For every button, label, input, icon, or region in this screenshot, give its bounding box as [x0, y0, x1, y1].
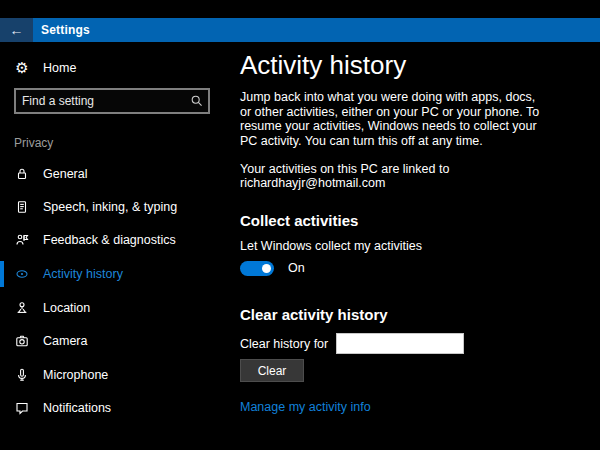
linked-account-text: Your activities on this PC are linked to…	[240, 162, 570, 190]
toggle-row: On	[240, 260, 570, 276]
location-icon	[14, 300, 30, 316]
search-input[interactable]	[16, 94, 186, 108]
lock-icon	[14, 166, 30, 182]
sidebar-item-label: Home	[43, 61, 76, 75]
toggle-knob	[262, 264, 271, 273]
clear-history-heading: Clear activity history	[240, 306, 570, 323]
search-box	[14, 88, 210, 114]
collect-toggle-label: Let Windows collect my activities	[240, 239, 570, 253]
sidebar-item-microphone[interactable]: Microphone	[0, 362, 232, 388]
settings-window: ← Settings ⚙ Home Privacy General Spe	[0, 0, 600, 450]
camera-icon	[14, 333, 30, 349]
sidebar-item-notifications[interactable]: Notifications	[0, 395, 232, 421]
sidebar-item-activity-history[interactable]: Activity history	[0, 261, 232, 287]
sidebar-item-label: Activity history	[43, 267, 123, 281]
manage-activity-link[interactable]: Manage my activity info	[240, 400, 371, 414]
sidebar-item-camera[interactable]: Camera	[0, 328, 232, 354]
titlebar: ← Settings	[0, 18, 600, 42]
sidebar-item-home[interactable]: ⚙ Home	[0, 55, 232, 81]
activity-history-icon	[14, 266, 30, 282]
clear-history-row: Clear history for	[240, 333, 570, 354]
collect-activities-toggle[interactable]	[240, 261, 274, 276]
main-content: Activity history Jump back into what you…	[240, 42, 570, 415]
sidebar-item-general[interactable]: General	[0, 161, 232, 187]
notifications-icon	[14, 400, 30, 416]
search-icon	[186, 94, 208, 108]
sidebar-item-label: General	[43, 167, 87, 181]
sidebar-item-label: Feedback & diagnostics	[43, 233, 176, 247]
microphone-icon	[14, 367, 30, 383]
page-title: Activity history	[240, 50, 570, 80]
sidebar-item-label: Speech, inking, & typing	[43, 200, 177, 214]
back-icon: ←	[10, 22, 24, 38]
clear-history-period-dropdown[interactable]	[336, 333, 464, 354]
speech-icon	[14, 199, 30, 215]
clear-button[interactable]: Clear	[240, 359, 304, 382]
sidebar: ⚙ Home Privacy General Speech, inking, &…	[0, 42, 232, 450]
privacy-section-label: Privacy	[14, 136, 53, 150]
collect-activities-heading: Collect activities	[240, 212, 570, 229]
sidebar-item-feedback-diagnostics[interactable]: Feedback & diagnostics	[0, 227, 232, 253]
feedback-icon	[14, 232, 30, 248]
sidebar-item-label: Microphone	[43, 368, 108, 382]
clear-history-for-label: Clear history for	[240, 337, 328, 351]
sidebar-item-label: Camera	[43, 334, 87, 348]
page-description: Jump back into what you were doing with …	[240, 90, 542, 148]
app-title: Settings	[41, 23, 90, 37]
sidebar-item-speech-inking-typing[interactable]: Speech, inking, & typing	[0, 194, 232, 220]
sidebar-item-label: Notifications	[43, 401, 111, 415]
toggle-state-label: On	[288, 261, 305, 275]
selection-indicator	[0, 261, 4, 287]
back-button[interactable]: ←	[0, 18, 33, 42]
gear-icon: ⚙	[14, 60, 30, 76]
sidebar-item-label: Location	[43, 301, 90, 315]
sidebar-item-location[interactable]: Location	[0, 295, 232, 321]
